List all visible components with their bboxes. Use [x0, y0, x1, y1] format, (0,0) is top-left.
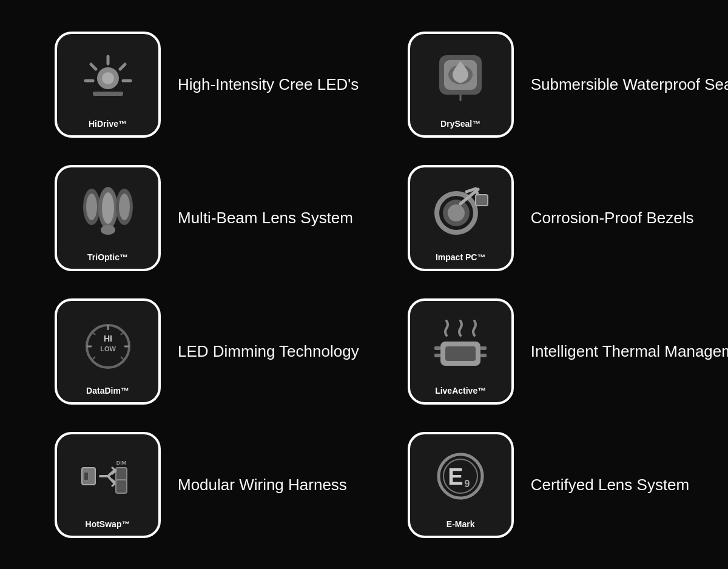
feature-impactpc: Impact PC™ Corrosion-Proof Bezels — [383, 151, 728, 284]
dryseal-description: Submersible Waterproof Seal — [531, 75, 728, 94]
feature-dryseal: DrySeal™ Submersible Waterproof Seal — [383, 18, 728, 151]
impactpc-description: Corrosion-Proof Bezels — [531, 209, 694, 227]
svg-rect-35 — [445, 346, 476, 361]
feature-datadim: HI LOW DataDim™ LED Dimming Technology — [30, 284, 383, 418]
feature-trioptic: TriOptic™ Multi-Beam Lens System — [30, 151, 383, 284]
svg-text:HI: HI — [104, 334, 112, 343]
svg-rect-41 — [84, 473, 88, 480]
datadim-label: DataDim™ — [86, 386, 129, 396]
svg-line-32 — [92, 357, 95, 360]
svg-line-33 — [121, 357, 124, 360]
svg-rect-42 — [116, 468, 127, 481]
svg-text:E: E — [448, 464, 463, 490]
feature-hotswap: DIM HotSwap™ Modular Wiring Harness — [30, 418, 383, 551]
svg-point-18 — [101, 225, 115, 235]
svg-rect-39 — [480, 354, 487, 357]
emark-label: E-Mark — [447, 520, 475, 529]
svg-line-3 — [91, 64, 96, 69]
dryseal-icon-box: DrySeal™ — [408, 32, 514, 138]
hidrive-description: High-Intensity Cree LED's — [178, 75, 359, 94]
feature-hidrive: HiDrive™ High-Intensity Cree LED's — [30, 18, 383, 151]
emark-icon-box: E 9 E-Mark — [408, 432, 514, 538]
svg-rect-40 — [82, 468, 95, 485]
trioptic-icon-box: TriOptic™ — [55, 165, 161, 271]
trioptic-description: Multi-Beam Lens System — [178, 209, 353, 227]
svg-text:9: 9 — [465, 479, 470, 489]
datadim-description: LED Dimming Technology — [178, 342, 359, 361]
svg-point-17 — [119, 194, 130, 220]
svg-point-15 — [102, 192, 114, 224]
svg-rect-38 — [480, 346, 487, 350]
impactpc-icon-box: Impact PC™ — [408, 165, 514, 271]
liveactive-label: LiveActive™ — [435, 386, 486, 396]
svg-rect-23 — [476, 195, 488, 206]
emark-description: Certifyed Lens System — [531, 476, 690, 494]
svg-point-21 — [448, 204, 465, 221]
emark-icon: E 9 — [410, 434, 511, 520]
liveactive-icon-box: LiveActive™ — [408, 298, 514, 405]
feature-emark: E 9 E-Mark Certifyed Lens System — [383, 418, 728, 551]
datadim-icon-box: HI LOW DataDim™ — [55, 298, 161, 405]
svg-text:LOW: LOW — [100, 345, 116, 352]
hidrive-icon — [57, 34, 158, 120]
hotswap-icon: DIM — [57, 434, 158, 520]
svg-rect-36 — [434, 346, 440, 350]
feature-liveactive: LiveActive™ Intelligent Thermal Manageme… — [383, 284, 728, 418]
impactpc-icon — [410, 167, 511, 254]
liveactive-icon — [410, 301, 511, 387]
dryseal-label: DrySeal™ — [440, 120, 480, 129]
hidrive-icon-box: HiDrive™ — [55, 32, 161, 138]
hotswap-description: Modular Wiring Harness — [178, 476, 347, 494]
hotswap-icon-box: DIM HotSwap™ — [55, 432, 161, 538]
hidrive-label: HiDrive™ — [89, 120, 127, 129]
svg-text:DIM: DIM — [116, 460, 126, 466]
svg-line-4 — [120, 64, 125, 69]
datadim-icon: HI LOW — [57, 301, 158, 387]
svg-rect-37 — [434, 354, 440, 357]
svg-rect-47 — [116, 480, 127, 493]
svg-rect-7 — [93, 92, 123, 96]
liveactive-description: Intelligent Thermal Management — [531, 342, 728, 361]
svg-point-1 — [102, 72, 114, 84]
hotswap-label: HotSwap™ — [86, 520, 130, 529]
feature-grid: HiDrive™ High-Intensity Cree LED's DrySe… — [30, 18, 698, 551]
impactpc-label: Impact PC™ — [436, 253, 485, 262]
dryseal-icon — [410, 34, 511, 120]
trioptic-icon — [57, 167, 158, 254]
trioptic-label: TriOptic™ — [87, 253, 128, 262]
svg-point-13 — [86, 194, 97, 220]
